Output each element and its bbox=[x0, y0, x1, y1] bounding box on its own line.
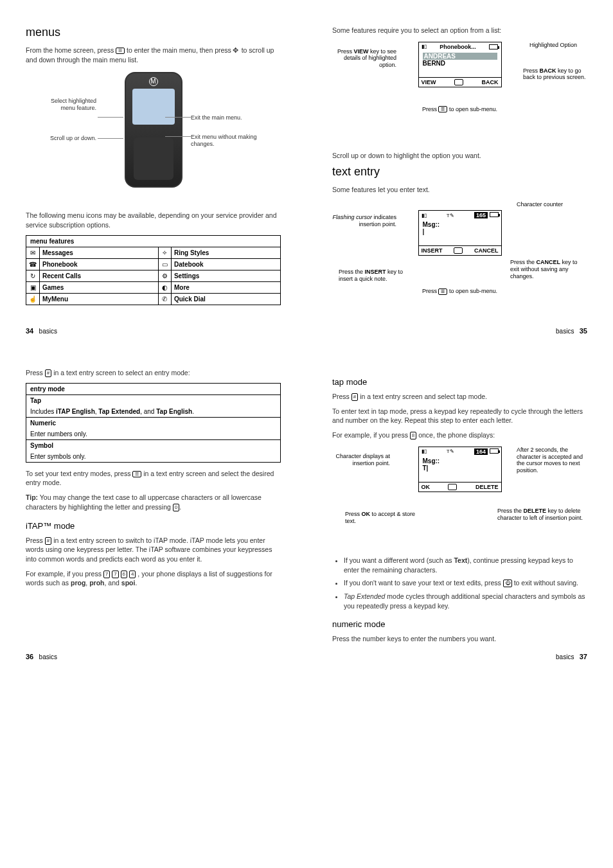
text: For example, if you press bbox=[332, 431, 410, 439]
set-mode-para: To set your text entry modes, press ☰ in… bbox=[26, 469, 281, 488]
page-number: 34 bbox=[26, 327, 33, 335]
menu-key-icon bbox=[454, 247, 463, 254]
tap-intro: Press # in a text entry screen and selec… bbox=[332, 392, 587, 402]
p36-intro: Press # in a text entry screen to select… bbox=[26, 368, 281, 378]
footer: 36 basics bbox=[26, 653, 57, 660]
messages-icon: ✉ bbox=[26, 247, 40, 258]
list-item-highlighted: ANDREAS bbox=[423, 53, 497, 60]
callout-charcounter: Character counter bbox=[517, 201, 581, 208]
nav-key-icon bbox=[233, 48, 240, 54]
heading-menus: menus bbox=[26, 26, 281, 39]
menu-key-icon: ☰ bbox=[438, 288, 447, 295]
more-icon: ◐ bbox=[158, 281, 171, 293]
digit-key-icon: 7 bbox=[112, 571, 118, 578]
menu-key-icon: ☰ bbox=[116, 48, 125, 54]
text: For example, if you press bbox=[26, 570, 103, 578]
cursor: | bbox=[423, 228, 497, 235]
menu-key-icon: ☰ bbox=[132, 471, 141, 477]
heading-itap: iTAP™ mode bbox=[26, 521, 281, 531]
footer: basics 35 bbox=[556, 327, 587, 335]
scroll-highlight: Scroll up or down to highlight the optio… bbox=[332, 151, 587, 161]
footer-label: basics bbox=[39, 328, 57, 335]
page-37: tap mode Press # in a text entry screen … bbox=[306, 342, 613, 668]
bullet-3: Tap Extended mode cycles through additio… bbox=[344, 592, 587, 610]
msg-label: Msg:: bbox=[423, 457, 497, 465]
screen-mock-tap: ▮▯T✎164 Msg:: T| OKDELETE bbox=[418, 447, 502, 492]
page-number: 35 bbox=[580, 327, 587, 335]
tap-bullets: If you want a different word (such as Te… bbox=[332, 556, 587, 610]
menu-item: Phonebook bbox=[40, 258, 159, 270]
datebook-icon: ▭ bbox=[158, 258, 171, 270]
callout-line bbox=[165, 117, 191, 118]
table-header: menu features bbox=[26, 235, 281, 247]
digit-key-icon: 8 bbox=[410, 432, 416, 439]
footer: 34 basics bbox=[26, 327, 57, 335]
menu-item: Recent Calls bbox=[40, 270, 159, 281]
menu-key-icon bbox=[448, 484, 457, 490]
softkey-ok: OK bbox=[422, 484, 431, 490]
recentcalls-icon: ↻ bbox=[26, 270, 40, 281]
callout-back: Press BACK key to go back to previous sc… bbox=[523, 67, 587, 82]
callout-delete: Press the DELETE key to delete character… bbox=[497, 508, 587, 522]
menu-item: MyMenu bbox=[40, 293, 159, 305]
text-entry-intro: Some features let you enter text. bbox=[332, 185, 587, 195]
menu-item: Messages bbox=[40, 247, 159, 258]
hash-key-icon: # bbox=[351, 393, 358, 401]
text: prog bbox=[71, 579, 85, 587]
table-header: entry mode bbox=[26, 383, 281, 394]
p35-intro: Some features require you to select an o… bbox=[332, 26, 587, 35]
text: From the home screen, press bbox=[26, 46, 116, 54]
callout-char-disp: Character displays at insertion point. bbox=[332, 453, 390, 467]
text: You may change the text case to all uppe… bbox=[26, 493, 262, 511]
tap-diagram: ▮▯T✎164 Msg:: T| OKDELETE Character disp… bbox=[332, 447, 587, 543]
screen-mock-phonebook: ▮▯Phonebook... ANDREAS BERND VIEWBACK bbox=[418, 42, 502, 87]
callout-select: Select highlighted menu feature. bbox=[39, 98, 96, 112]
games-icon: ▣ bbox=[26, 281, 40, 293]
signal-icon: ▮▯ bbox=[422, 44, 427, 49]
tip-label: Tip: bbox=[26, 493, 38, 501]
softkey-back: BACK bbox=[481, 79, 498, 85]
callout-after2: After 2 seconds, the character is accept… bbox=[517, 447, 587, 474]
page-35: Some features require you to select an o… bbox=[306, 0, 613, 342]
heading-numeric-mode: numeric mode bbox=[332, 619, 587, 629]
list-item: BERND bbox=[423, 60, 497, 67]
callout-scroll: Scroll up or down. bbox=[39, 135, 96, 142]
callout-open-submenu: Press ☰ to open sub-menu. bbox=[422, 106, 499, 113]
menu-item: Quick Dial bbox=[171, 293, 280, 305]
callout-highlighted: Highlighted Option bbox=[529, 42, 587, 49]
bullet-2: If you don't want to save your text or t… bbox=[344, 578, 587, 588]
battery-icon bbox=[489, 44, 498, 49]
text: Press bbox=[26, 536, 45, 544]
digit-key-icon: 6 bbox=[121, 571, 127, 578]
text: To set your text entry modes, press bbox=[26, 470, 132, 477]
callout-line bbox=[98, 117, 123, 118]
menu-features-table: menu features ✉Messages✧Ring Styles ☎Pho… bbox=[26, 235, 281, 305]
row-symbol-head: Symbol bbox=[26, 439, 281, 451]
footer-label: basics bbox=[39, 653, 57, 660]
hash-key-icon: # bbox=[45, 537, 51, 545]
text: Press bbox=[26, 369, 45, 376]
text: proh bbox=[89, 579, 104, 587]
text: spoi bbox=[121, 579, 136, 587]
row-symbol-body: Enter symbols only. bbox=[26, 451, 281, 463]
battery-icon bbox=[490, 448, 499, 454]
text-entry-diagram: ▮▯T✎165 Msg:: | INSERTCANCEL Character c… bbox=[332, 201, 587, 310]
footer-label: basics bbox=[556, 328, 574, 335]
zero-key-icon: 0 bbox=[173, 504, 179, 511]
callout-flashing: Flashing cursor indicates insertion poin… bbox=[332, 214, 396, 228]
menu-item: Ring Styles bbox=[171, 247, 280, 258]
callout-view: Press VIEW key to see details of highlig… bbox=[332, 48, 396, 69]
callout-insert: Press the INSERT key to insert a quick n… bbox=[339, 269, 416, 283]
row-tap-head: Tap bbox=[26, 394, 281, 406]
softkey-insert: INSERT bbox=[422, 247, 443, 254]
char-display: T| bbox=[423, 465, 497, 472]
text: in a text entry screen to select an entr… bbox=[51, 369, 190, 376]
mymenu-icon: ☝ bbox=[26, 293, 40, 305]
ringstyles-icon: ✧ bbox=[158, 247, 171, 258]
itap-para: Press # in a text entry screen to switch… bbox=[26, 536, 281, 564]
heading-text-entry: text entry bbox=[332, 165, 587, 179]
phone-body: M bbox=[125, 72, 182, 188]
text: in a text entry screen to switch to iTAP… bbox=[26, 536, 272, 563]
numeric-para: Press the number keys to enter the numbe… bbox=[332, 634, 587, 644]
text: once, the phone displays: bbox=[416, 431, 495, 439]
